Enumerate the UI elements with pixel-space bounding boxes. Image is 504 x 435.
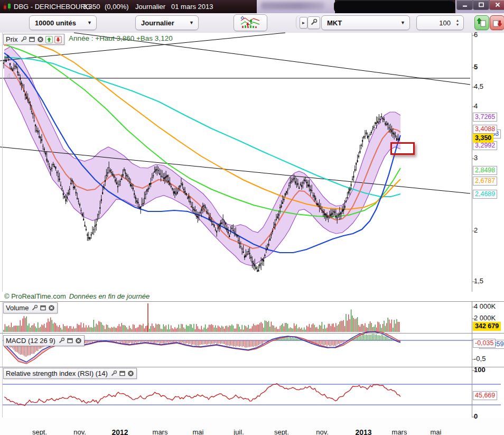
axis-tick-label: 5	[474, 63, 478, 71]
time-axis-label: nov.	[316, 428, 329, 435]
window-icon[interactable]	[40, 304, 46, 311]
axis-tick-label: 4	[474, 102, 478, 110]
rsi-pane-title: Relative strength index (RSI) (14)	[6, 369, 109, 377]
time-axis-label: mars	[392, 428, 407, 435]
time-axis-label: mai	[431, 428, 442, 435]
wrench-icon[interactable]	[31, 304, 38, 311]
axis-value-label: 3,4088	[473, 125, 497, 134]
wrench-icon[interactable]	[20, 36, 27, 43]
arrow-down-icon[interactable]	[54, 36, 62, 43]
close-icon[interactable]	[48, 304, 55, 311]
time-axis-label: sept.	[32, 428, 47, 435]
axis-tick-label: 2	[474, 226, 478, 234]
time-axis-label: mars	[153, 428, 168, 435]
wrench-icon[interactable]	[58, 337, 65, 344]
application-window: DBG - DERICHEBOURG 3,350 (0,00%) Journal…	[0, 0, 504, 435]
price-pane-header: Prix	[3, 34, 64, 45]
axis-tick-label: 6	[474, 31, 478, 39]
time-axis-label: mai	[193, 428, 204, 435]
pane-divider	[0, 301, 504, 302]
chart-region: 4,7138 Prix Année : +Haut 3,860 +Bas 3,1…	[0, 33, 504, 435]
price-annotation: Année : +Haut 3,860 +Bas 3,120	[69, 34, 173, 42]
rsi-pane-header: Relative strength index (RSI) (14)	[3, 368, 137, 379]
time-axis-label: sept.	[274, 428, 289, 435]
price-highlight-rectangle[interactable]	[390, 142, 415, 155]
bollinger-band	[4, 47, 400, 266]
rsi-plot	[3, 384, 501, 406]
axis-ticks	[40, 35, 475, 421]
wrench-icon[interactable]	[110, 370, 117, 377]
pane-divider	[0, 367, 504, 367]
price-pane-title: Prix	[6, 35, 18, 43]
axis-tick-label: 100	[474, 366, 486, 374]
data-note: Données en fin de journée	[69, 292, 150, 300]
close-icon[interactable]	[127, 370, 134, 377]
price-axis-border	[472, 33, 472, 418]
volume-pane-title: Volume	[6, 304, 30, 312]
window-icon[interactable]	[29, 36, 35, 43]
axis-value-label: 3,7265	[473, 113, 497, 122]
close-icon[interactable]	[75, 337, 82, 344]
copyright-text: © ProRealTime.com	[4, 292, 66, 300]
pane-divider	[0, 333, 504, 334]
macd-pane-title: MACD (12 26 9)	[6, 337, 57, 345]
time-axis-label: nov.	[73, 428, 86, 435]
axis-tick-label: 4,5	[474, 82, 483, 90]
chart-left-border	[2, 33, 3, 435]
axis-tick-label: -0,5	[474, 355, 486, 363]
axis-tick-label: 4 000K	[474, 302, 496, 310]
axis-value-label: 2,8498	[473, 166, 497, 175]
axis-value-label: 342 679	[473, 322, 501, 331]
axis-value-label: -0,035	[473, 339, 496, 348]
time-axis-label: juil.	[234, 428, 244, 435]
window-icon[interactable]	[67, 337, 73, 344]
close-icon[interactable]	[37, 36, 44, 43]
time-axis-label: 2012	[111, 428, 128, 435]
axis-tick-label: 0	[474, 412, 478, 420]
axis-tick-label: 3	[474, 154, 478, 162]
volume-bars	[4, 303, 399, 332]
axis-value-label: 45,669	[473, 391, 497, 400]
time-axis-label: 2013	[355, 428, 371, 435]
axis-tick-label: 1,5	[474, 277, 483, 285]
copyright-bar: © ProRealTime.comDonnées en fin de journ…	[0, 292, 504, 301]
axis-value-label: 3,350	[473, 134, 493, 143]
axis-value-label: 2,6787	[473, 177, 497, 186]
arrow-up-icon[interactable]	[45, 36, 53, 43]
axis-tick-label: 2 000K	[474, 314, 496, 322]
volume-pane-header: Volume	[3, 302, 58, 313]
window-icon[interactable]	[119, 370, 126, 377]
macd-pane-header: MACD (12 26 9)	[3, 335, 85, 346]
axis-value-label: 2,4689	[473, 190, 497, 199]
